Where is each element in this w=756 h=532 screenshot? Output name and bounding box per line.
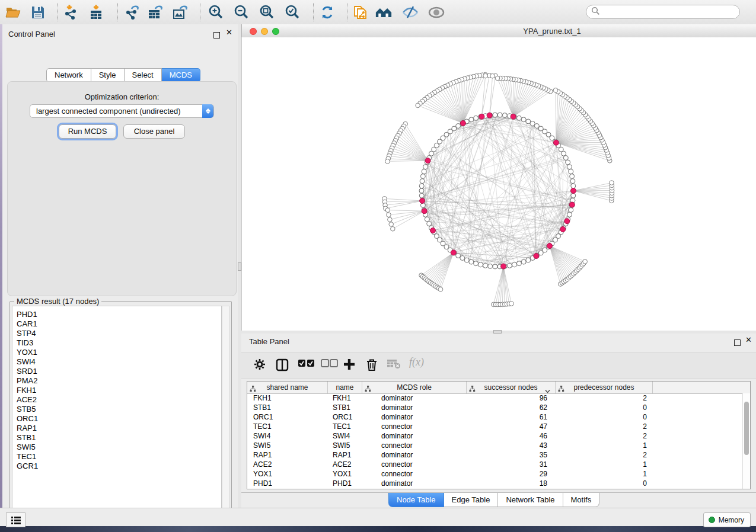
column-header-successor-nodes[interactable]: successor nodes: [467, 382, 556, 393]
mcds-result-item[interactable]: PMA2: [17, 376, 221, 386]
table-cell[interactable]: 35: [467, 450, 556, 460]
show-graphics-details-icon[interactable]: [428, 4, 445, 21]
table-cell[interactable]: 43: [467, 441, 556, 450]
save-session-icon[interactable]: [30, 4, 46, 21]
mcds-result-item[interactable]: SRD1: [17, 367, 221, 376]
mcds-result-item[interactable]: STB1: [17, 433, 221, 443]
network-home-icon[interactable]: [375, 4, 392, 21]
table-cell[interactable]: PHD1: [328, 479, 362, 488]
table-cell[interactable]: FKH1: [247, 393, 328, 403]
close-panel-icon[interactable]: ✕: [226, 30, 232, 36]
table-cell[interactable]: STB1: [247, 403, 328, 412]
memory-button[interactable]: Memory: [703, 512, 751, 527]
table-cell[interactable]: FKH1: [328, 393, 362, 403]
table-cell[interactable]: RAP1: [328, 450, 362, 460]
mcds-result-item[interactable]: STP4: [17, 329, 221, 338]
table-cell[interactable]: 18: [467, 479, 556, 488]
table-cell[interactable]: SWI5: [328, 441, 362, 450]
table-cell[interactable]: TEC1: [247, 422, 328, 431]
tab-style[interactable]: Style: [91, 68, 125, 82]
table-cell[interactable]: SWI5: [247, 441, 328, 450]
mcds-result-list[interactable]: PHD1CAR1STP4TID3YOX1SWI4SRD1PMA2FKH1ACE2…: [12, 306, 222, 517]
node-table[interactable]: shared namenameMCDS rolesuccessor nodesp…: [247, 381, 751, 489]
table-cell[interactable]: 1: [556, 460, 653, 469]
zoom-fit-icon[interactable]: [259, 4, 275, 21]
mcds-result-item[interactable]: TEC1: [17, 452, 221, 462]
mcds-result-item[interactable]: TID3: [17, 338, 221, 348]
table-cell[interactable]: RAP1: [247, 450, 328, 460]
table-cell[interactable]: PHD1: [247, 479, 328, 488]
table-cell[interactable]: 31: [467, 460, 556, 469]
table-cell[interactable]: 47: [467, 422, 556, 431]
table-cell[interactable]: dominator: [362, 403, 467, 412]
add-column-icon[interactable]: [343, 358, 355, 370]
mcds-result-item[interactable]: CAR1: [17, 319, 221, 329]
mcds-result-item[interactable]: FKH1: [17, 386, 221, 395]
select-all-columns-icon[interactable]: [298, 358, 315, 368]
search-input[interactable]: [586, 5, 740, 19]
mcds-result-item[interactable]: ACE2: [17, 395, 221, 405]
table-cell[interactable]: 61: [467, 412, 556, 422]
mcds-result-item[interactable]: SWI5: [17, 443, 221, 452]
table-cell[interactable]: dominator: [362, 393, 467, 403]
tab-network[interactable]: Network: [46, 68, 91, 82]
table-cell[interactable]: 0: [556, 412, 653, 422]
table-row[interactable]: PHD1PHD1dominator180: [247, 479, 750, 488]
zoom-in-icon[interactable]: [208, 4, 224, 21]
table-cell[interactable]: YOX1: [247, 469, 328, 479]
table-cell[interactable]: 1: [556, 469, 653, 479]
column-header-shared-name[interactable]: shared name: [247, 382, 328, 393]
table-cell[interactable]: 96: [467, 393, 556, 403]
table-cell[interactable]: 0: [556, 403, 653, 412]
table-row[interactable]: SWI4SWI4dominator462: [247, 431, 750, 441]
network-window-titlebar[interactable]: YPA_prune.txt_1: [241, 24, 756, 38]
table-row[interactable]: ORC1ORC1dominator610: [247, 412, 750, 422]
table-cell[interactable]: SWI4: [328, 431, 362, 441]
table-scrollbar[interactable]: [742, 393, 750, 489]
table-cell[interactable]: dominator: [362, 412, 467, 422]
float-panel-icon[interactable]: [734, 338, 741, 348]
table-row[interactable]: FKH1FKH1dominator962: [247, 393, 750, 403]
import-table-icon[interactable]: [88, 4, 104, 21]
refresh-layout-icon[interactable]: [319, 4, 336, 21]
unselect-all-columns-icon[interactable]: [321, 358, 339, 368]
column-header-MCDS-role[interactable]: MCDS role: [362, 382, 467, 393]
table-row[interactable]: TEC1TEC1connector472: [247, 422, 750, 431]
table-cell[interactable]: ACE2: [247, 460, 328, 469]
zoom-out-icon[interactable]: [233, 4, 250, 21]
table-row[interactable]: STB1STB1dominator620: [247, 403, 750, 412]
criterion-dropdown[interactable]: largest connected component (undirected): [30, 104, 214, 118]
table-cell[interactable]: 0: [556, 479, 653, 488]
table-row[interactable]: SWI5SWI5connector431: [247, 441, 750, 450]
delete-column-icon[interactable]: [366, 358, 378, 371]
tab-motifs[interactable]: Motifs: [563, 493, 600, 507]
mcds-result-item[interactable]: RAP1: [17, 424, 221, 433]
mcds-result-item[interactable]: STB5: [17, 405, 221, 414]
table-cell[interactable]: STB1: [328, 403, 362, 412]
hide-graphics-details-icon[interactable]: [402, 4, 419, 21]
mcds-result-item[interactable]: YOX1: [17, 348, 221, 357]
table-cell[interactable]: connector: [362, 422, 467, 431]
table-cell[interactable]: 2: [556, 422, 653, 431]
table-row[interactable]: RAP1RAP1dominator352: [247, 450, 750, 460]
table-cell[interactable]: connector: [362, 469, 467, 479]
mcds-result-item[interactable]: ORC1: [17, 414, 221, 424]
result-list-scrollbar[interactable]: [222, 306, 229, 517]
column-header-predecessor-nodes[interactable]: predecessor nodes: [556, 382, 653, 393]
close-panel-button[interactable]: Close panel: [123, 124, 185, 139]
table-cell[interactable]: 62: [467, 403, 556, 412]
table-cell[interactable]: dominator: [362, 431, 467, 441]
network-canvas[interactable]: [241, 37, 756, 331]
clone-network-icon[interactable]: [352, 4, 369, 21]
table-cell[interactable]: dominator: [362, 450, 467, 460]
tab-edge-table[interactable]: Edge Table: [444, 493, 499, 507]
table-cell[interactable]: 2: [556, 450, 653, 460]
table-cell[interactable]: ORC1: [247, 412, 328, 422]
mcds-result-item[interactable]: GCR1: [17, 462, 221, 471]
table-cell[interactable]: 46: [467, 431, 556, 441]
mcds-result-item[interactable]: PHD1: [17, 310, 221, 319]
column-header-name[interactable]: name: [328, 382, 362, 393]
table-cell[interactable]: connector: [362, 441, 467, 450]
table-cell[interactable]: ORC1: [328, 412, 362, 422]
zoom-selected-icon[interactable]: [284, 4, 301, 21]
